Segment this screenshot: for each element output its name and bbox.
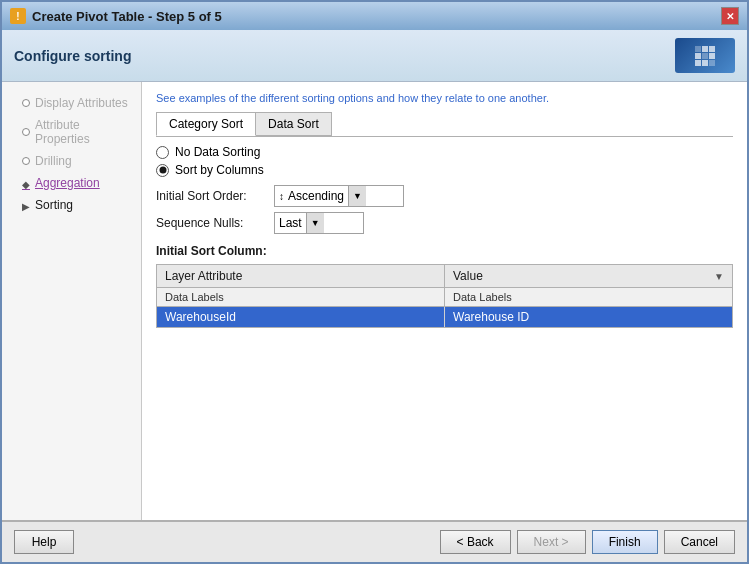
sequence-nulls-row: Sequence Nulls: Last ▼: [156, 212, 733, 234]
sequence-nulls-value: Last: [279, 216, 302, 230]
footer-left: Help: [14, 530, 74, 554]
back-button[interactable]: < Back: [440, 530, 511, 554]
sidebar: Display Attributes Attribute Properties …: [2, 82, 142, 520]
table-header-row: Layer Attribute Value ▼: [157, 265, 732, 288]
sidebar-item-label: Attribute Properties: [35, 118, 131, 146]
finish-button[interactable]: Finish: [592, 530, 658, 554]
main-content: See examples of the different sorting op…: [142, 82, 747, 520]
window-title: Create Pivot Table - Step 5 of 5: [32, 9, 222, 24]
title-controls: ✕: [721, 7, 739, 25]
footer-right: < Back Next > Finish Cancel: [440, 530, 735, 554]
table-cell-warehouse-id: WarehouseId: [157, 307, 445, 327]
value-header: Value: [453, 269, 483, 283]
initial-sort-order-row: Initial Sort Order: ↕ Ascending ▼: [156, 185, 733, 207]
table-cell-warehouse-id-label: Warehouse ID: [445, 307, 732, 327]
sidebar-item-label: Display Attributes: [35, 96, 128, 110]
tab-data-sort[interactable]: Data Sort: [255, 112, 332, 136]
main-body: Display Attributes Attribute Properties …: [2, 82, 747, 520]
sidebar-item-label: Sorting: [35, 198, 73, 212]
sidebar-item-attribute-properties: Attribute Properties: [2, 114, 141, 150]
radio-no-data-sorting-circle[interactable]: [156, 146, 169, 159]
sidebar-bullet: [22, 128, 30, 136]
radio-sort-by-columns-circle[interactable]: [156, 164, 169, 177]
subheader-data-labels-2: Data Labels: [445, 288, 732, 306]
cancel-button[interactable]: Cancel: [664, 530, 735, 554]
sequence-nulls-label: Sequence Nulls:: [156, 216, 266, 230]
sort-icon: ↕: [279, 191, 284, 202]
table-subheader: Data Labels Data Labels: [157, 288, 732, 307]
title-bar-left: ! Create Pivot Table - Step 5 of 5: [10, 8, 222, 24]
sidebar-bullet: [22, 157, 30, 165]
page-title: Configure sorting: [14, 48, 131, 64]
logo: [675, 38, 735, 73]
instructions-link[interactable]: See examples of the different sorting op…: [156, 92, 733, 104]
radio-no-data-sorting[interactable]: No Data Sorting: [156, 145, 733, 159]
initial-sort-order-label: Initial Sort Order:: [156, 189, 266, 203]
sidebar-bullet: ◆: [22, 179, 30, 187]
sequence-nulls-arrow[interactable]: ▼: [306, 213, 324, 233]
col-sort-arrow: ▼: [714, 271, 724, 282]
table-header-layer-attribute: Layer Attribute: [157, 265, 445, 287]
close-button[interactable]: ✕: [721, 7, 739, 25]
help-button[interactable]: Help: [14, 530, 74, 554]
initial-sort-column-title: Initial Sort Column:: [156, 244, 733, 258]
sidebar-bullet: [22, 99, 30, 107]
initial-sort-order-select[interactable]: ↕ Ascending ▼: [274, 185, 404, 207]
sidebar-item-aggregation[interactable]: ◆ Aggregation: [2, 172, 141, 194]
initial-sort-order-arrow[interactable]: ▼: [348, 186, 366, 206]
main-window: ! Create Pivot Table - Step 5 of 5 ✕ Con…: [0, 0, 749, 564]
subheader-data-labels-1: Data Labels: [157, 288, 445, 306]
initial-sort-section: Initial Sort Column: Layer Attribute Val…: [156, 244, 733, 328]
sequence-nulls-select[interactable]: Last ▼: [274, 212, 364, 234]
content-area: Configure sorting: [2, 30, 747, 562]
sidebar-item-display-attributes: Display Attributes: [2, 92, 141, 114]
sidebar-item-label: Aggregation: [35, 176, 100, 190]
layer-attribute-header: Layer Attribute: [165, 269, 242, 283]
table-header-value: Value ▼: [445, 265, 732, 287]
tab-category-sort[interactable]: Category Sort: [156, 112, 256, 136]
initial-sort-order-value: Ascending: [288, 189, 344, 203]
tabs-row: Category Sort Data Sort: [156, 112, 733, 137]
initial-sort-table: Layer Attribute Value ▼ Data Labels Data…: [156, 264, 733, 328]
radio-no-data-sorting-label: No Data Sorting: [175, 145, 260, 159]
title-bar: ! Create Pivot Table - Step 5 of 5 ✕: [2, 2, 747, 30]
sidebar-item-label: Drilling: [35, 154, 72, 168]
sidebar-bullet: ▶: [22, 201, 30, 209]
window-icon: !: [10, 8, 26, 24]
radio-sort-by-columns[interactable]: Sort by Columns: [156, 163, 733, 177]
footer: Help < Back Next > Finish Cancel: [2, 520, 747, 562]
table-row[interactable]: WarehouseId Warehouse ID: [157, 307, 732, 327]
header-section: Configure sorting: [2, 30, 747, 82]
sidebar-item-drilling: Drilling: [2, 150, 141, 172]
radio-group: No Data Sorting Sort by Columns: [156, 145, 733, 177]
next-button[interactable]: Next >: [517, 530, 586, 554]
sidebar-item-sorting: ▶ Sorting: [2, 194, 141, 216]
radio-sort-by-columns-label: Sort by Columns: [175, 163, 264, 177]
